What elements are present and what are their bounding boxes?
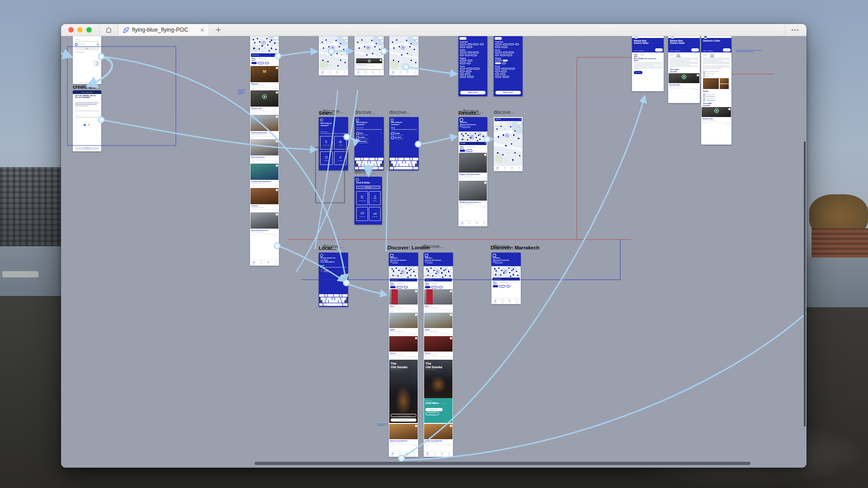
filter-chip[interactable]	[495, 70, 500, 73]
key[interactable]: J	[408, 161, 411, 164]
keyboard[interactable]: QWERTYUIOPASDFGHJKLZXCVBNM	[355, 158, 383, 170]
filter-chip[interactable]	[501, 46, 508, 48]
category-tile[interactable]: Shopping	[320, 151, 333, 165]
filter-chip[interactable]	[500, 54, 505, 56]
filter-chip[interactable]	[460, 76, 466, 78]
offer-card-caption[interactable]: APCOA Parking Prins & Keizer - G...Earn …	[459, 201, 487, 208]
map-pin[interactable]	[375, 42, 377, 45]
filter-chip[interactable]	[460, 43, 467, 46]
key[interactable]: F	[329, 297, 332, 300]
offer-card-caption[interactable]: Big BenEarn XX Miles for each € spentX M…	[389, 328, 418, 335]
filter-chip[interactable]	[508, 68, 515, 70]
locate-button[interactable]	[415, 270, 418, 272]
destination-alert-button[interactable]: Add to your destination alert	[391, 414, 416, 417]
filter-chip[interactable]	[460, 70, 465, 73]
map-pin[interactable]	[406, 39, 408, 42]
map-pin[interactable]	[405, 267, 407, 269]
show-list-button[interactable]	[274, 37, 278, 39]
key[interactable]: G	[368, 161, 371, 164]
numbers-key[interactable]	[390, 167, 393, 169]
tab-bar-item-search[interactable]: Search	[396, 451, 403, 457]
map-pin[interactable]	[407, 276, 409, 278]
filter-chip[interactable]	[495, 60, 502, 62]
search-input-value[interactable]: Cat	[391, 127, 393, 129]
map-pin[interactable]	[409, 46, 411, 48]
detail-tab[interactable]: Offers	[703, 54, 707, 57]
map-pin[interactable]	[327, 61, 329, 63]
filter-chip[interactable]	[495, 76, 501, 78]
list-tab[interactable]: Offers	[251, 58, 255, 61]
book-air-france-button[interactable]: Book on Air France	[425, 408, 443, 411]
tab-bar-item-profile[interactable]: Profile	[480, 221, 487, 226]
offer-card-photo[interactable]	[250, 139, 278, 155]
key[interactable]: F	[365, 161, 368, 164]
key[interactable]: S	[323, 297, 326, 300]
overflow-menu-button[interactable]	[792, 29, 798, 31]
key[interactable]: G	[403, 161, 406, 164]
map-pin[interactable]	[497, 136, 500, 138]
filter-chip[interactable]	[460, 73, 464, 75]
map-pin[interactable]	[392, 274, 394, 277]
map-pin[interactable]	[410, 59, 412, 61]
filter-chip[interactable]	[501, 70, 507, 73]
key[interactable]: W	[358, 158, 360, 160]
login-button[interactable]: Login	[75, 47, 99, 50]
map-pin[interactable]	[514, 152, 516, 154]
key[interactable]: K	[341, 297, 344, 300]
filter-chip[interactable]	[506, 54, 512, 56]
frame-map-discover[interactable]: DiscoverSearchCardProfile	[389, 36, 419, 75]
locate-button[interactable]	[416, 40, 418, 42]
frame-starbucks-details[interactable]: Starbucks CoffeeGo thereOffersInfosOpen:…	[701, 36, 731, 145]
filter-chip[interactable]	[502, 62, 506, 65]
keyboard[interactable]: QWERTYUIOPASDFGHJKLZXCVBNM	[390, 158, 418, 170]
city-link[interactable]: London	[427, 261, 433, 263]
map-pin[interactable]	[392, 41, 394, 43]
key[interactable]: B	[335, 300, 338, 303]
tab-bar-item-discover[interactable]: Discover	[319, 70, 326, 75]
map-pin[interactable]	[267, 44, 269, 46]
favorite-button[interactable]	[276, 164, 278, 167]
key[interactable]: Z	[358, 164, 361, 166]
tab-bar-item-card[interactable]: Card	[369, 70, 377, 75]
key[interactable]: H	[371, 161, 373, 164]
map-pin[interactable]	[495, 273, 497, 276]
frame-assistant-categories[interactable]: May I help youJonathan?Search hereFood &…	[319, 117, 348, 170]
all-filters-chip[interactable]: All filters	[495, 37, 502, 40]
offer-card-caption[interactable]: Mobypark - SKYCollection Amste...Earn XX…	[459, 173, 487, 180]
filter-chip[interactable]	[500, 73, 505, 75]
tab-bar-item-profile[interactable]: Profile	[514, 299, 521, 304]
tab-bar-item-search[interactable]: Search	[466, 221, 473, 226]
suggestion-title[interactable]: Cat central	[394, 136, 401, 138]
filter-chip[interactable]	[467, 76, 474, 78]
return-key[interactable]	[413, 167, 418, 169]
offer-card-caption[interactable]: Big BenEarn XX Miles for each € spentX M…	[424, 328, 453, 335]
detail-tab[interactable]: Offer	[670, 54, 673, 57]
filter-chip[interactable]	[515, 43, 519, 46]
map-pin[interactable]	[325, 39, 327, 41]
tab-bar-item-profile[interactable]: Profile	[341, 70, 348, 75]
zoom-window-button[interactable]	[86, 27, 92, 33]
map-pin[interactable]	[477, 134, 480, 136]
search-input-value[interactable]: Lon	[321, 265, 323, 267]
key[interactable]: V	[368, 164, 371, 166]
locate-button[interactable]	[381, 40, 383, 42]
tab-bar-item-search[interactable]: Search	[396, 70, 404, 75]
map[interactable]	[458, 131, 487, 141]
detail-tab[interactable]: Infos	[641, 54, 644, 57]
map-pin[interactable]	[440, 267, 442, 269]
favorite-button[interactable]	[415, 290, 417, 292]
filter-chip[interactable]	[466, 150, 472, 152]
offer-card-photo[interactable]	[702, 107, 731, 117]
key[interactable]: C	[399, 164, 402, 166]
filter-chip[interactable]	[467, 43, 472, 46]
offer-card-caption[interactable]: Macy'sEarn XX Miles for each € spentX Mi…	[424, 305, 453, 312]
filter-chip[interactable]	[506, 285, 510, 287]
subcategory-tile[interactable]: 22 Bars	[369, 191, 381, 205]
subcategory-tile[interactable]: 10 Eateries	[369, 207, 381, 221]
map-pin[interactable]	[413, 48, 415, 51]
city-link[interactable]: London	[392, 261, 398, 263]
filter-chip[interactable]	[503, 43, 508, 46]
key[interactable]: N	[409, 164, 412, 166]
facebook-login-button[interactable]: f	[84, 124, 86, 126]
search-bar[interactable]: Search here	[251, 53, 278, 57]
